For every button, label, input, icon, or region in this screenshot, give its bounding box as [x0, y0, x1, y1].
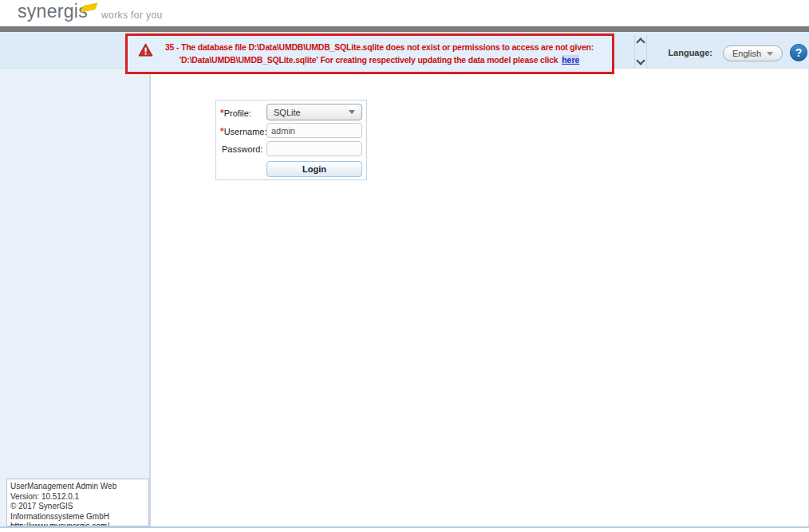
language-dropdown-value: English [732, 49, 761, 58]
version-text: Version: 10.512.0.1 [10, 492, 145, 502]
synergis-logo: synergis [18, 1, 88, 22]
password-label: Password: [222, 144, 262, 154]
password-input[interactable] [266, 141, 362, 156]
app-header: synergis works for you [0, 0, 809, 26]
page: synergis works for you Language: English… [0, 0, 809, 532]
website-link[interactable]: http://www.mysynergis.com/ [10, 522, 109, 526]
error-banner: 35 - The database file D:\Data\UMDB\UMDB… [125, 33, 614, 74]
banner-collapse-strip [634, 35, 647, 68]
warning-icon [138, 43, 153, 60]
content-area: UserManagement Admin Web Version: 10.512… [0, 68, 809, 528]
profile-label: *Profile: [220, 108, 251, 119]
sidebar: UserManagement Admin Web Version: 10.512… [0, 69, 151, 526]
login-panel: *Profile: SQLite *Username: Password: Lo… [215, 100, 367, 180]
version-info-box: UserManagement Admin Web Version: 10.512… [6, 479, 149, 526]
profile-dropdown[interactable]: SQLite [266, 104, 362, 120]
help-button[interactable]: ? [790, 44, 807, 61]
language-dropdown[interactable]: English [723, 45, 783, 61]
profile-dropdown-value: SQLite [274, 108, 301, 117]
error-message: 35 - The database file D:\Data\UMDB\UMDB… [128, 36, 612, 66]
main-content: *Profile: SQLite *Username: Password: Lo… [151, 69, 809, 526]
login-button[interactable]: Login [266, 161, 362, 177]
username-input[interactable] [266, 123, 362, 138]
chevron-up-icon[interactable] [636, 37, 645, 46]
copyright-text: © 2017 SynerGIS Informationssysteme GmbH [10, 502, 145, 522]
header-divider-bar [0, 26, 809, 32]
error-here-link[interactable]: here [562, 55, 579, 65]
dropdown-caret-icon [767, 52, 773, 56]
logo-tagline: works for you [101, 10, 163, 21]
language-label: Language: [668, 48, 712, 57]
chevron-down-icon[interactable] [636, 56, 645, 65]
username-label: *Username: [220, 126, 266, 137]
app-name-text: UserManagement Admin Web [10, 482, 145, 492]
dropdown-caret-icon [349, 110, 355, 114]
error-message-text: 35 - The database file D:\Data\UMDB\UMDB… [165, 42, 594, 65]
